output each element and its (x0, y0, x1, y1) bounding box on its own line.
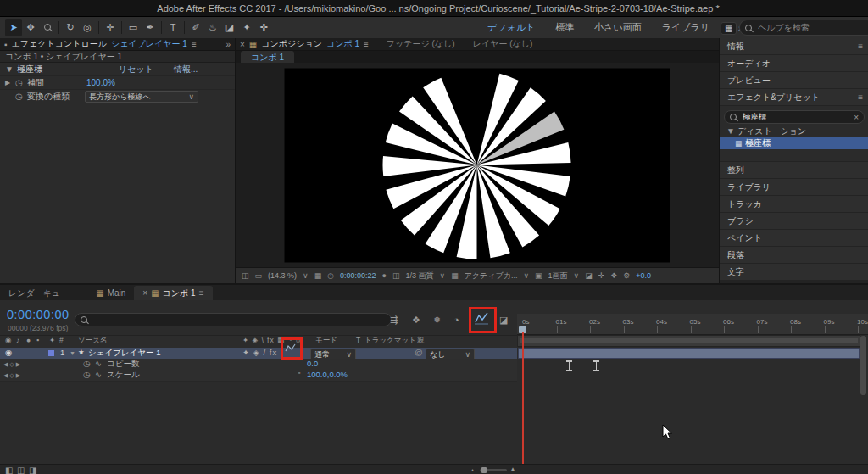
panel-overflow-icon[interactable]: » (225, 40, 231, 49)
pen-tool[interactable]: ✒ (142, 19, 159, 36)
property-row-scale[interactable]: ◀ ◇ ▶ ◷ ∿ スケール ▫ 100.0,0.0% (0, 370, 517, 382)
effect-controls-tab-label[interactable]: エフェクトコントロール (12, 38, 107, 50)
camera-select[interactable]: アクティブカ... (465, 270, 518, 282)
panel-menu-icon[interactable]: ≡ (192, 40, 197, 49)
color-management-icon[interactable]: ❖ (610, 271, 617, 280)
eraser-tool[interactable]: ◪ (221, 19, 238, 36)
grid-guides-icon[interactable]: ▦ (314, 271, 322, 280)
workspace-tab-libraries[interactable]: ライブラリ (662, 21, 709, 34)
pan-behind-tool[interactable]: ✛ (102, 19, 119, 36)
zoom-tool[interactable] (39, 19, 56, 36)
composition-mini-flowchart-icon[interactable]: ⇶ (390, 315, 398, 326)
source-name-header[interactable]: ソース名 (78, 336, 107, 346)
timeline-timecode[interactable]: 0:00:00:00 (7, 308, 70, 321)
keyframe-nav-icons[interactable]: ◀ ◇ ▶ (3, 361, 20, 368)
panel-menu-icon[interactable]: ≡ (364, 40, 369, 49)
close-icon[interactable]: × (142, 286, 147, 300)
property-value[interactable]: 100.0,0.0% (307, 370, 348, 379)
effect-header-row[interactable]: ▼ 極座標 リセット 情報... (0, 63, 235, 76)
panel-preview[interactable]: プレビュー (720, 72, 868, 88)
panel-paint[interactable]: ペイント (720, 230, 868, 246)
layer-duration-bar[interactable] (518, 348, 860, 359)
resolution-select[interactable]: 1/3 画質 (406, 270, 434, 282)
zoom-out-mountain-icon[interactable]: ▴ (471, 466, 474, 472)
zoom-ratio-select[interactable]: (14.3 %) (268, 271, 297, 280)
conversion-type-dropdown[interactable]: 長方形から極線へ ∨ (85, 91, 198, 103)
parent-header[interactable]: 親 (417, 336, 425, 346)
layer-tab[interactable]: レイヤー (なし) (473, 38, 533, 50)
footage-tab[interactable]: フッテージ (なし) (387, 38, 455, 50)
panel-character[interactable]: 文字 (720, 264, 868, 280)
keyframe-nav-icons[interactable]: ◀ ◇ ▶ (3, 372, 20, 379)
keyframe-icon[interactable] (593, 360, 599, 371)
roto-brush-tool[interactable]: ✦ (238, 19, 255, 36)
workspace-tab-default[interactable]: デフォルト (487, 21, 535, 34)
puppet-pin-tool[interactable]: ✜ (255, 19, 272, 36)
clone-stamp-tool[interactable]: ♨ (204, 19, 221, 36)
clear-search-icon[interactable]: × (854, 113, 859, 122)
close-icon[interactable]: × (240, 40, 245, 49)
effects-item-polar-coordinates[interactable]: ▦ 極座標 (720, 137, 868, 149)
draft-3d-icon[interactable]: ❖ (412, 315, 420, 326)
panel-align[interactable]: 整列 (720, 162, 868, 178)
panel-lock-icon[interactable]: ▪ (4, 40, 8, 49)
workspace-tab-standard[interactable]: 標準 (555, 21, 574, 34)
toggle-time-options-icon[interactable]: ◨ (29, 466, 36, 474)
comp-viewer-chip[interactable]: コンポ 1 (241, 51, 294, 64)
hand-tool[interactable]: ✥ (22, 19, 39, 36)
live-update-icon[interactable]: ◪ (499, 315, 508, 326)
snapshot-icon[interactable]: ● (382, 271, 387, 280)
label-color-chip[interactable] (48, 350, 54, 356)
panel-menu-icon[interactable]: ≡ (199, 286, 204, 300)
vertical-scrollbar[interactable] (860, 336, 866, 395)
tab-render-queue[interactable]: レンダーキュー (0, 286, 77, 300)
region-of-interest-icon[interactable]: ◫ (242, 271, 249, 280)
panel-audio[interactable]: オーディオ (720, 55, 868, 71)
graph-toggle-icon[interactable]: ∿ (95, 359, 102, 368)
panel-brushes[interactable]: ブラシ (720, 213, 868, 229)
tab-comp-1[interactable]: × ▦ コンポ 1 ≡ (134, 286, 212, 300)
exposure-value[interactable]: +0.0 (636, 271, 651, 280)
stopwatch-icon[interactable]: ◷ (83, 370, 90, 379)
shape-tool[interactable]: ▭ (125, 19, 142, 36)
panel-menu-icon[interactable]: ≡ (858, 89, 863, 105)
composition-tab-comp-name[interactable]: コンポ 1 (326, 38, 359, 50)
layer-expander-icon[interactable]: ▼ (70, 350, 75, 356)
zoom-in-mountain-icon[interactable]: ▲ (509, 466, 516, 473)
composition-tab-label[interactable]: コンポジション (261, 38, 322, 50)
property-expander-icon[interactable]: ▶ (5, 76, 10, 89)
panel-effects-presets[interactable]: エフェクト&プリセット≡ (720, 89, 868, 105)
eye-icon[interactable]: ◉ (5, 348, 12, 357)
panel-info[interactable]: 情報≡ (720, 38, 868, 54)
camera-tool[interactable]: ◎ (79, 19, 96, 36)
show-channel-icon[interactable]: ◫ (392, 271, 400, 280)
effect-expander-icon[interactable]: ▼ (5, 63, 14, 75)
layer-switch-icons[interactable]: ✦ ◈ / fx (242, 348, 277, 357)
property-value[interactable]: 100.0% (86, 76, 115, 89)
workspace-tab-small-screen[interactable]: 小さい画面 (594, 21, 642, 34)
playhead-line[interactable] (522, 332, 524, 464)
help-search-input[interactable] (756, 22, 853, 33)
effects-search-input[interactable] (741, 112, 846, 123)
panel-menu-icon[interactable]: ≡ (858, 38, 863, 54)
tab-main-comp[interactable]: ▦ Main (87, 286, 134, 300)
view-layout-select[interactable]: 1画面 (548, 270, 568, 282)
pixel-aspect-icon[interactable]: ◪ (585, 271, 593, 280)
viewer-timecode[interactable]: 0:00:00:22 (340, 271, 376, 280)
timeline-search-input[interactable] (92, 315, 349, 325)
stopwatch-icon[interactable]: ◷ (15, 76, 23, 89)
rotation-tool[interactable]: ↻ (62, 19, 79, 36)
panel-libraries[interactable]: ライブラリ (720, 179, 868, 195)
keyframe-icon[interactable] (566, 360, 572, 371)
mode-header[interactable]: モード (315, 336, 337, 346)
toggle-layer-switches-icon[interactable]: ◧ (5, 466, 13, 474)
pickwhip-icon[interactable]: @ (415, 348, 423, 357)
effects-group-distortion[interactable]: ▼ ディストーション (720, 125, 868, 137)
stopwatch-icon[interactable]: ◷ (15, 90, 23, 103)
property-value[interactable]: 0.0 (307, 359, 318, 368)
work-area-bar[interactable] (517, 335, 860, 347)
pan-icon[interactable]: ✛ (598, 271, 605, 280)
zoom-slider-thumb[interactable] (481, 467, 487, 473)
share-screen-icon[interactable]: ▦ (721, 22, 737, 35)
effect-reset-button[interactable]: リセット (119, 63, 153, 75)
